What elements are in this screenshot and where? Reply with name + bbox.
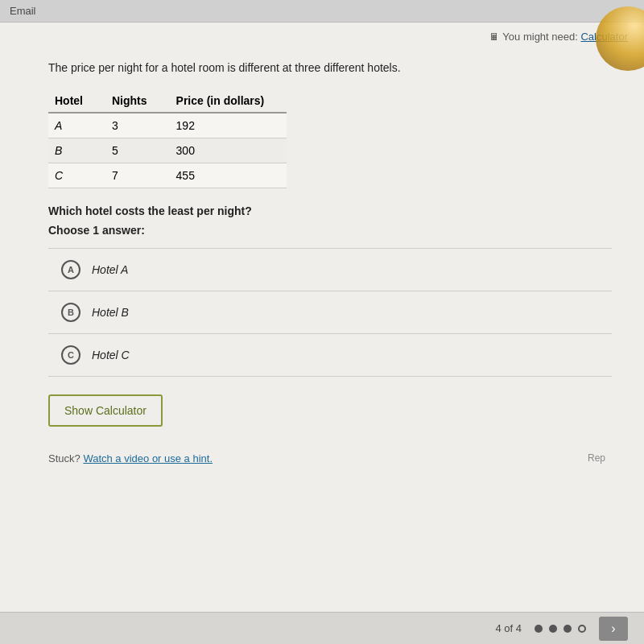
- option-a[interactable]: A Hotel A: [48, 248, 612, 291]
- data-table: Hotel Nights Price (in dollars) A 3 192 …: [48, 89, 287, 188]
- hotel-c-name: C: [48, 163, 105, 188]
- show-calculator-button[interactable]: Show Calculator: [48, 394, 163, 427]
- option-b-label: Hotel B: [92, 306, 129, 319]
- hotel-a-nights: 3: [105, 113, 170, 138]
- stuck-label: Stuck?: [48, 452, 80, 464]
- stuck-link[interactable]: Watch a video or use a hint.: [83, 452, 213, 464]
- table-row: C 7 455: [48, 163, 287, 188]
- email-label: Email: [10, 5, 36, 17]
- bottom-bar: 4 of 4 ›: [0, 612, 644, 644]
- option-b-circle: B: [61, 303, 80, 322]
- top-bar: Email: [0, 0, 644, 23]
- answer-options: A Hotel A B Hotel B C Hotel C: [48, 248, 612, 377]
- col-header-hotel: Hotel: [48, 89, 105, 113]
- hotel-c-nights: 7: [105, 163, 170, 188]
- option-a-circle: A: [61, 260, 80, 279]
- hotel-a-name: A: [48, 113, 105, 138]
- progress-dot-2: [549, 625, 557, 633]
- you-might-need-text: You might need:: [502, 31, 577, 43]
- choose-label: Choose 1 answer:: [48, 224, 612, 237]
- hotel-b-price: 300: [170, 138, 287, 163]
- hotel-b-nights: 5: [105, 138, 170, 163]
- option-a-label: Hotel A: [92, 263, 128, 276]
- next-arrow-icon: ›: [611, 621, 615, 636]
- stuck-text-area: Stuck? Watch a video or use a hint.: [48, 452, 213, 464]
- option-c-circle: C: [61, 345, 80, 365]
- main-content: 🖩 You might need: Calculator The price p…: [0, 23, 644, 644]
- stuck-area: Stuck? Watch a video or use a hint. Rep: [48, 444, 612, 464]
- progress-dot-4: [578, 625, 586, 633]
- next-button[interactable]: ›: [599, 617, 628, 641]
- col-header-nights: Nights: [105, 89, 170, 113]
- col-header-price: Price (in dollars): [170, 89, 287, 113]
- table-row: A 3 192: [48, 113, 287, 138]
- question-text: The price per night for a hotel room is …: [48, 60, 612, 76]
- calculator-hint: 🖩 You might need: Calculator: [0, 23, 644, 47]
- hotel-b-name: B: [48, 138, 105, 163]
- question-area: The price per night for a hotel room is …: [0, 47, 644, 477]
- option-c-label: Hotel C: [92, 349, 130, 361]
- hotel-c-price: 455: [170, 163, 287, 188]
- sub-question-text: Which hotel costs the least per night?: [48, 204, 612, 217]
- rep-label: Rep: [588, 452, 605, 464]
- table-row: B 5 300: [48, 138, 287, 163]
- option-b[interactable]: B Hotel B: [48, 291, 612, 334]
- progress-dot-1: [535, 625, 543, 633]
- progress-dot-3: [564, 625, 572, 633]
- progress-text: 4 of 4: [495, 622, 522, 634]
- progress-area: 4 of 4 ›: [495, 617, 628, 641]
- calculator-icon: 🖩: [489, 31, 499, 43]
- option-c[interactable]: C Hotel C: [48, 334, 612, 377]
- hotel-a-price: 192: [170, 113, 287, 138]
